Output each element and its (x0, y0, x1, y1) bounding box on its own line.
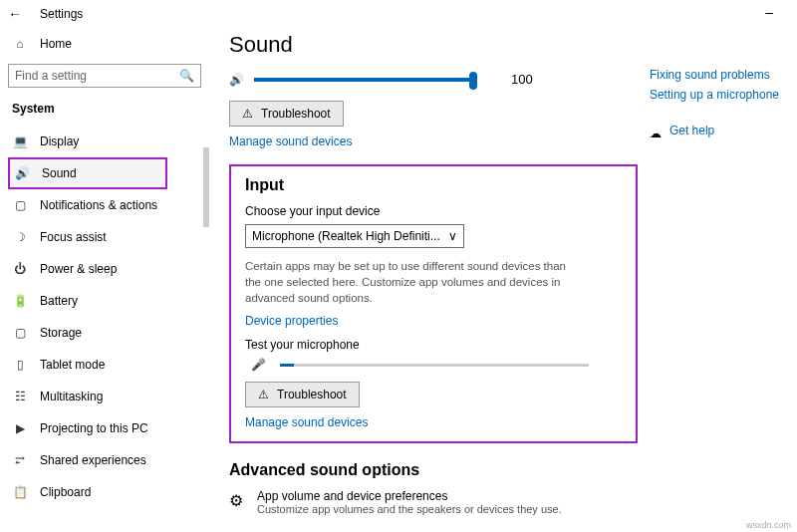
search-placeholder: Find a setting (15, 69, 87, 83)
input-desc: Certain apps may be set up to use differ… (245, 258, 584, 306)
sidebar-item-clipboard[interactable]: 📋 Clipboard (8, 476, 167, 508)
app-volume-pref[interactable]: ⚙ App volume and device preferences Cust… (229, 489, 777, 515)
mixer-icon: ⚙ (229, 491, 243, 510)
mic-icon: 🎤 (251, 358, 266, 372)
advanced-heading: Advanced sound options (229, 461, 777, 479)
projecting-icon: ▶ (12, 421, 28, 435)
mic-level-bar (280, 364, 589, 367)
manage-input-link[interactable]: Manage sound devices (245, 415, 368, 429)
help-icon: ☁ (650, 127, 662, 140)
page-title: Sound (229, 32, 777, 58)
nav-label: Display (40, 134, 79, 148)
sidebar-item-focus[interactable]: ☽ Focus assist (8, 221, 167, 253)
nav-label: Multitasking (40, 390, 103, 403)
sidebar-item-tablet[interactable]: ▯ Tablet mode (8, 349, 167, 381)
nav-label: Clipboard (40, 485, 91, 499)
focus-icon: ☽ (12, 230, 28, 244)
display-icon: 💻 (12, 134, 28, 148)
related-links: Fixing sound problems Setting up a micro… (650, 68, 779, 143)
main-content: Fixing sound problems Setting up a micro… (209, 28, 797, 532)
select-value: Microphone (Realtek High Definiti... (252, 229, 440, 243)
volume-value: 100 (511, 72, 533, 87)
watermark: wsxdn.com (746, 520, 791, 530)
pref-title: App volume and device preferences (257, 489, 562, 503)
window-title: Settings (40, 7, 83, 21)
input-heading: Input (245, 176, 622, 194)
sidebar-section: System (12, 102, 201, 116)
sidebar-item-power[interactable]: ⏻ Power & sleep (8, 253, 167, 285)
nav-label: Projecting to this PC (40, 421, 148, 435)
sidebar-item-shared[interactable]: ⥂ Shared experiences (8, 444, 167, 476)
nav-label: Power & sleep (40, 262, 117, 276)
sidebar-item-sound[interactable]: 🔊 Sound (8, 157, 167, 189)
notifications-icon: ▢ (12, 198, 28, 212)
sidebar-item-projecting[interactable]: ▶ Projecting to this PC (8, 412, 167, 444)
choose-label: Choose your input device (245, 204, 622, 218)
shared-icon: ⥂ (12, 453, 28, 467)
tablet-icon: ▯ (12, 358, 28, 372)
pref-desc: Customize app volumes and the speakers o… (257, 503, 562, 515)
minimize-button[interactable]: – (765, 4, 773, 20)
nav-label: Notifications & actions (40, 198, 157, 212)
manage-output-link[interactable]: Manage sound devices (229, 134, 352, 148)
nav-label: Sound (42, 166, 77, 180)
sidebar-item-display[interactable]: 💻 Display (8, 126, 167, 157)
home-icon: ⌂ (12, 37, 28, 51)
battery-icon: 🔋 (12, 294, 28, 308)
test-label: Test your microphone (245, 338, 622, 352)
btn-label: Troubleshoot (277, 388, 347, 401)
link-setup-mic[interactable]: Setting up a microphone (650, 88, 779, 102)
warning-icon: ⚠ (258, 388, 269, 401)
nav-label: Tablet mode (40, 358, 105, 372)
device-properties-link[interactable]: Device properties (245, 314, 338, 328)
nav-label: Battery (40, 294, 78, 308)
sidebar-home[interactable]: ⌂ Home (8, 30, 201, 58)
chevron-down-icon: ∨ (448, 229, 457, 243)
sidebar-item-storage[interactable]: ▢ Storage (8, 317, 167, 349)
sound-icon: 🔊 (14, 166, 30, 180)
multitasking-icon: ☷ (12, 390, 28, 403)
search-icon: 🔍 (179, 69, 194, 83)
btn-label: Troubleshoot (261, 107, 331, 121)
warning-icon: ⚠ (242, 107, 253, 121)
clipboard-icon: 📋 (12, 485, 28, 499)
sidebar-item-multitasking[interactable]: ☷ Multitasking (8, 381, 167, 412)
input-device-select[interactable]: Microphone (Realtek High Definiti... ∨ (245, 224, 464, 248)
troubleshoot-input-button[interactable]: ⚠ Troubleshoot (245, 382, 360, 407)
input-section: Input Choose your input device Microphon… (229, 164, 638, 443)
sidebar-item-battery[interactable]: 🔋 Battery (8, 285, 167, 317)
link-fixing[interactable]: Fixing sound problems (650, 68, 779, 82)
link-help[interactable]: Get help (669, 124, 714, 137)
volume-icon: 🔊 (229, 73, 244, 87)
nav-label: Storage (40, 326, 82, 340)
sidebar: ⌂ Home Find a setting 🔍 System 💻 Display… (0, 28, 209, 532)
home-label: Home (40, 37, 72, 51)
volume-slider[interactable] (254, 78, 473, 82)
search-input[interactable]: Find a setting 🔍 (8, 64, 201, 88)
nav-label: Shared experiences (40, 453, 146, 467)
back-icon[interactable]: ← (8, 6, 28, 22)
nav-label: Focus assist (40, 230, 107, 244)
sidebar-item-notifications[interactable]: ▢ Notifications & actions (8, 189, 167, 221)
troubleshoot-output-button[interactable]: ⚠ Troubleshoot (229, 101, 344, 127)
power-icon: ⏻ (12, 262, 28, 276)
slider-thumb[interactable] (469, 72, 477, 90)
storage-icon: ▢ (12, 326, 28, 340)
